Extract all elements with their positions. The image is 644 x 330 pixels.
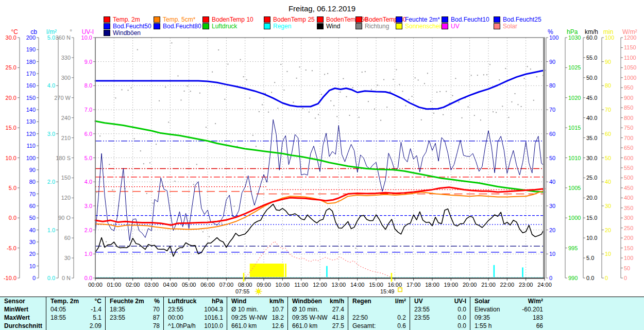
svg-text:20:00: 20:00 bbox=[463, 282, 477, 288]
svg-text:00:00: 00:00 bbox=[88, 282, 103, 288]
axis-: °360 N330300270 W240210180 S15012090 O60… bbox=[54, 28, 74, 281]
sensor-unit: l/m² bbox=[395, 298, 406, 305]
svg-text:17:00: 17:00 bbox=[406, 282, 421, 288]
sensor-unit: °C bbox=[95, 298, 101, 305]
svg-text:1020: 1020 bbox=[568, 95, 581, 101]
svg-text:11:00: 11:00 bbox=[294, 282, 308, 288]
svg-text:2.0: 2.0 bbox=[47, 179, 55, 185]
stats-table: SensorMinWertMaxWertDurchschnittTemp. 2m… bbox=[0, 297, 644, 330]
stat-time: 09:25 bbox=[231, 314, 247, 321]
svg-text:250: 250 bbox=[624, 225, 633, 231]
svg-text:1050: 1050 bbox=[624, 64, 636, 71]
stats-col-uv: UVUV-I23:550.023:550.00.0 bbox=[410, 297, 470, 330]
svg-text:90: 90 bbox=[549, 59, 555, 65]
svg-text:10.0: 10.0 bbox=[6, 155, 16, 161]
svg-text:80: 80 bbox=[29, 179, 36, 185]
axis-hpa: hPa1030102510201015101010051000995990 bbox=[565, 28, 581, 281]
stat-value: 87 bbox=[153, 314, 160, 321]
svg-text:200: 200 bbox=[624, 235, 633, 241]
sensor-name: Solar bbox=[474, 298, 490, 305]
sensor-name: Regen bbox=[352, 298, 371, 305]
svg-text:20: 20 bbox=[549, 227, 555, 233]
sensor-name: Windböen bbox=[292, 298, 322, 305]
svg-text:50: 50 bbox=[605, 155, 611, 161]
row-header-label: Sensor bbox=[4, 298, 25, 305]
stats-row-header-minwert: MinWert bbox=[0, 305, 46, 314]
svg-text:-10.0: -10.0 bbox=[4, 275, 16, 281]
svg-text:55.0: 55.0 bbox=[586, 55, 597, 61]
stat-direction: W-NW bbox=[249, 314, 267, 321]
svg-text:100: 100 bbox=[26, 155, 36, 161]
stat-value: 66 bbox=[536, 322, 543, 329]
svg-text:190: 190 bbox=[26, 46, 36, 53]
svg-text:19:00: 19:00 bbox=[444, 282, 459, 288]
svg-text:20.0: 20.0 bbox=[6, 95, 16, 101]
sensor-unit: W/m² bbox=[528, 298, 543, 305]
svg-text:100: 100 bbox=[624, 255, 633, 261]
svg-text:15:00: 15:00 bbox=[369, 282, 383, 288]
stat-value: 27.5 bbox=[332, 322, 344, 329]
stats-value-row bbox=[348, 305, 410, 314]
svg-text:240: 240 bbox=[61, 115, 71, 121]
svg-text:650: 650 bbox=[624, 145, 633, 151]
svg-text:1030: 1030 bbox=[568, 34, 581, 41]
svg-text:22:00: 22:00 bbox=[500, 282, 515, 288]
svg-text:1100: 1100 bbox=[624, 55, 636, 61]
svg-text:350: 350 bbox=[624, 205, 633, 211]
svg-text:60: 60 bbox=[64, 235, 71, 241]
stat-value: 0.0 bbox=[457, 306, 466, 313]
svg-text:2.0: 2.0 bbox=[84, 227, 92, 233]
stats-col-header: Temp. 2m°C bbox=[46, 297, 105, 305]
stat-value: -60.201 bbox=[522, 306, 543, 313]
stat-time: 00:00 bbox=[168, 314, 183, 321]
svg-text:4.0: 4.0 bbox=[84, 179, 92, 185]
svg-text:160: 160 bbox=[26, 82, 36, 89]
svg-text:6.0: 6.0 bbox=[84, 131, 92, 137]
stat-time: Elevation bbox=[474, 306, 500, 313]
svg-text:14:00: 14:00 bbox=[350, 282, 365, 288]
svg-text:20: 20 bbox=[605, 227, 611, 233]
svg-text:15:49: 15:49 bbox=[380, 288, 395, 294]
stat-value: 12.6 bbox=[272, 322, 284, 329]
svg-text:24:00: 24:00 bbox=[537, 282, 552, 288]
row-header-label: MaxWert bbox=[4, 314, 30, 321]
axis-c: °C30.025.020.015.010.05.00.0-5.0-10.0 bbox=[4, 28, 20, 281]
svg-text:40: 40 bbox=[29, 227, 36, 233]
stat-value: 78 bbox=[153, 322, 160, 329]
svg-text:04:00: 04:00 bbox=[163, 282, 178, 288]
svg-text:170: 170 bbox=[26, 71, 36, 77]
svg-text:10.0: 10.0 bbox=[81, 34, 92, 41]
svg-text:25.0: 25.0 bbox=[586, 175, 597, 181]
stats-value-row: 09:25W-NW18.2 bbox=[227, 314, 287, 322]
sensor-unit: km/h bbox=[269, 298, 284, 305]
svg-text:20: 20 bbox=[29, 251, 36, 257]
svg-text:60: 60 bbox=[605, 131, 611, 137]
svg-text:130: 130 bbox=[26, 118, 36, 125]
stat-value: 10.7 bbox=[272, 306, 284, 313]
stat-time: 23:55 bbox=[110, 314, 125, 321]
svg-text:16:00: 16:00 bbox=[388, 282, 402, 288]
svg-text:3.0: 3.0 bbox=[47, 131, 55, 137]
stats-row-header-maxwert: MaxWert bbox=[0, 314, 46, 322]
svg-text:60: 60 bbox=[29, 203, 36, 209]
stats-col-header: Regenl/m² bbox=[348, 297, 410, 305]
svg-text:80: 80 bbox=[605, 82, 611, 89]
stats-row-header-durchschnitt: Durchschnitt bbox=[0, 322, 46, 330]
stat-time: 23:55 bbox=[168, 306, 183, 313]
svg-text:-5.0: -5.0 bbox=[7, 245, 16, 251]
svg-text:180 S: 180 S bbox=[56, 155, 71, 161]
stat-time: Gesamt: bbox=[352, 322, 376, 329]
svg-text:150: 150 bbox=[61, 175, 71, 181]
svg-text:0: 0 bbox=[549, 275, 552, 281]
svg-text:40.0: 40.0 bbox=[586, 115, 597, 121]
svg-text:0.0: 0.0 bbox=[9, 215, 16, 221]
stats-col-header: UVUV-I bbox=[410, 297, 470, 305]
svg-text:08:00: 08:00 bbox=[238, 282, 252, 288]
svg-text:7.0: 7.0 bbox=[84, 107, 92, 113]
stats-value-row: 22:500.2 bbox=[348, 314, 410, 322]
svg-text:5.0: 5.0 bbox=[9, 185, 16, 191]
axis-: %1009080706050403020100 bbox=[546, 28, 558, 281]
stats-col-windb-en: Windböenkm/hØ 10 min.27.409:35W-NW41.866… bbox=[287, 297, 348, 330]
svg-text:8.0: 8.0 bbox=[84, 82, 92, 89]
stats-value-row: 661.0 km12.6 bbox=[227, 322, 287, 330]
